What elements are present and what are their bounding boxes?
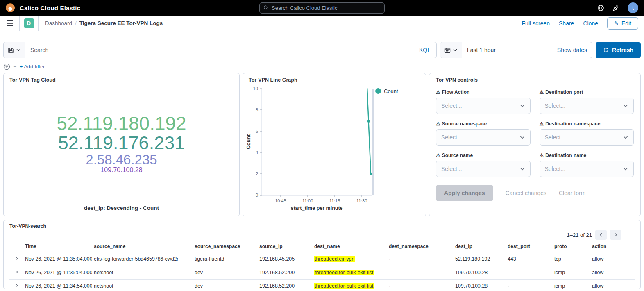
svg-text:start_time per minute: start_time per minute	[290, 205, 342, 211]
share-link[interactable]: Share	[559, 20, 574, 27]
chevron-right-icon	[14, 256, 19, 261]
saved-query-menu-button[interactable]	[4, 42, 25, 58]
table-cell: Nov 26, 2021 @ 11:34:54.000	[23, 280, 92, 290]
clone-link[interactable]: Clone	[583, 20, 598, 27]
breadcrumb-dashboard-link[interactable]: Dashboard	[45, 20, 72, 26]
table-cell: allow	[590, 280, 635, 290]
legend-item-count[interactable]: Count	[375, 88, 398, 94]
svg-text:11:30: 11:30	[356, 198, 367, 203]
tag-word[interactable]: 52.119.176.231	[58, 134, 185, 153]
breadcrumb-separator: /	[75, 20, 77, 26]
control-select[interactable]: Select...	[540, 129, 634, 146]
table-cell: Nov 26, 2021 @ 11:35:04.000	[23, 252, 92, 266]
dashboard-badge[interactable]: D	[24, 18, 34, 28]
query-search-input[interactable]	[25, 47, 413, 53]
column-header: action	[590, 241, 635, 252]
column-header: dest_ip	[454, 241, 506, 252]
tag-word[interactable]: 2.58.46.235	[86, 153, 157, 167]
table-cell: -	[506, 266, 553, 280]
control-select[interactable]: Select...	[540, 98, 634, 114]
table-cell: -	[506, 280, 553, 290]
table-cell: 192.168.45.205	[258, 252, 313, 266]
menu-toggle-button[interactable]	[0, 16, 20, 31]
filter-menu-icon[interactable]	[3, 63, 10, 70]
expand-row-button[interactable]	[9, 280, 23, 290]
full-screen-link[interactable]: Full screen	[522, 20, 550, 27]
pagination: 1–21 of 21	[5, 229, 639, 241]
help-button[interactable]	[597, 5, 604, 11]
control-select[interactable]: Select...	[540, 161, 634, 177]
date-picker: Last 1 hour Show dates	[440, 42, 592, 58]
table-cell: icmp	[553, 266, 590, 280]
svg-text:6: 6	[256, 129, 258, 134]
controls-panel: Tor-VPN controls ⚠Flow ActionSelect...⚠D…	[429, 73, 641, 216]
app-title: Calico Cloud Elastic	[20, 5, 80, 11]
control-select[interactable]: Select...	[436, 161, 531, 177]
legend-dot	[375, 88, 381, 94]
apply-changes-button[interactable]: Apply changes	[436, 185, 493, 201]
warning-icon: ⚠	[540, 89, 544, 95]
chevron-down-icon	[519, 103, 525, 109]
table-cell: netshoot	[92, 266, 193, 280]
newsfeed-button[interactable]	[612, 5, 619, 11]
svg-text:0: 0	[256, 193, 258, 198]
highlighted-value: threatfeed.ejr-vpn	[314, 256, 355, 262]
svg-text:Count: Count	[384, 88, 398, 94]
logs-table: Timesource_namesource_namespacesource_ip…	[9, 241, 635, 289]
newsfeed-icon	[612, 5, 619, 11]
table-cell: dev	[193, 280, 258, 290]
chevron-down-icon	[453, 48, 458, 52]
expand-row-button[interactable]	[9, 252, 23, 266]
svg-text:10:45: 10:45	[275, 198, 286, 203]
next-page-button[interactable]	[610, 230, 621, 240]
column-header: proto	[553, 241, 590, 252]
query-language-button[interactable]: KQL	[413, 47, 436, 53]
table-row: Nov 26, 2021 @ 11:34:54.000netshootdev19…	[9, 280, 635, 290]
warning-icon: ⚠	[540, 152, 544, 158]
tag-word[interactable]: 52.119.180.192	[57, 114, 186, 134]
table-cell: 109.70.100.28	[454, 266, 506, 280]
control-field-label: ⚠Destination namespace	[540, 121, 634, 127]
table-cell: Nov 26, 2021 @ 11:35:04.000	[23, 266, 92, 280]
calendar-icon	[444, 47, 451, 53]
table-cell: icmp	[553, 280, 590, 290]
tag-cloud-panel-title: Tor-VPN Tag Cloud	[4, 73, 239, 83]
control-field-label: ⚠Destination name	[540, 152, 634, 158]
control-select[interactable]: Select...	[436, 129, 531, 146]
cancel-changes-button[interactable]: Cancel changes	[506, 190, 546, 196]
pagination-label: 1–21 of 21	[567, 232, 592, 238]
warning-icon: ⚠	[436, 89, 440, 95]
refresh-button[interactable]: Refresh	[596, 42, 641, 58]
tag-cloud-panel: Tor-VPN Tag Cloud 52.119.180.19252.119.1…	[3, 73, 240, 216]
chevron-down-icon	[16, 48, 21, 52]
expand-row-button[interactable]	[9, 266, 23, 280]
clear-form-button[interactable]: Clear form	[559, 190, 585, 196]
chevron-left-icon	[599, 232, 603, 237]
pencil-icon: ✎	[614, 20, 619, 26]
column-header: dest_name	[313, 241, 387, 252]
time-range-value[interactable]: Last 1 hour	[462, 47, 501, 53]
user-avatar[interactable]: t	[628, 2, 638, 13]
date-quick-menu-button[interactable]	[440, 42, 462, 58]
prev-page-button[interactable]	[595, 230, 607, 240]
tag-word[interactable]: 109.70.100.28	[100, 167, 142, 174]
add-filter-link[interactable]: + Add filter	[20, 64, 45, 70]
table-cell: 52.119.180.192	[454, 252, 506, 266]
show-dates-link[interactable]: Show dates	[552, 47, 592, 53]
tag-cloud: 52.119.180.19252.119.176.2312.58.46.2351…	[4, 83, 239, 205]
calico-logo	[6, 3, 15, 12]
table-cell: 192.168.52.200	[258, 280, 313, 290]
line-graph-panel-title: Tor-VPN Line Graph	[243, 73, 426, 83]
edit-button[interactable]: ✎ Edit	[607, 17, 638, 30]
svg-text:4: 4	[256, 150, 258, 155]
save-icon	[8, 47, 14, 53]
chevron-right-icon	[613, 232, 618, 237]
control-field-label: ⚠Source name	[436, 152, 531, 158]
table-row: Nov 26, 2021 @ 11:35:04.000netshootdev19…	[9, 266, 635, 280]
control-field: ⚠Source nameSelect...	[436, 152, 531, 177]
global-search-input[interactable]	[272, 5, 381, 11]
control-select[interactable]: Select...	[436, 98, 531, 114]
controls-panel-title: Tor-VPN controls	[436, 73, 634, 83]
control-field-label: ⚠Destination port	[540, 89, 634, 95]
global-search-box[interactable]	[259, 2, 385, 14]
